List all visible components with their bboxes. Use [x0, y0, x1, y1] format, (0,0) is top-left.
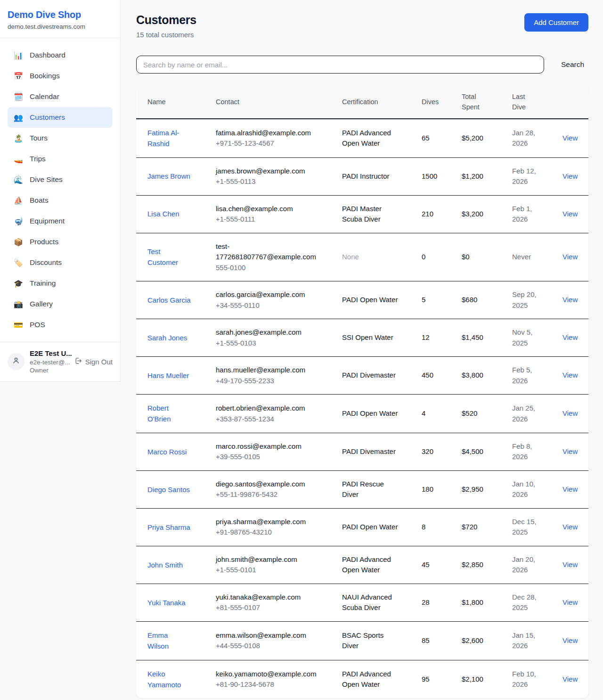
- column-header: Total Spent: [462, 86, 512, 119]
- nav-icon: 💳: [13, 321, 24, 329]
- sidebar-item-pos[interactable]: 💳 POS: [8, 314, 113, 335]
- view-customer-link[interactable]: View: [562, 598, 578, 606]
- sidebar-nav: 📊 Dashboard 📅 Bookings 🗓️ Calendar 👥 Cus…: [0, 38, 120, 342]
- logout-icon: [74, 357, 82, 366]
- sidebar-item-tours[interactable]: 🏝️ Tours: [8, 128, 113, 148]
- view-customer-link[interactable]: View: [562, 409, 578, 417]
- nav-label: POS: [30, 321, 45, 329]
- customer-total-spent: $1,800: [462, 598, 483, 606]
- customer-phone: +55-11-99876-5432: [216, 489, 334, 500]
- sidebar-item-training[interactable]: 🎓 Training: [8, 273, 113, 294]
- sidebar-item-dive-sites[interactable]: 🌊 Dive Sites: [8, 169, 113, 190]
- view-customer-link[interactable]: View: [562, 560, 578, 568]
- search-input[interactable]: [136, 56, 544, 74]
- shop-name[interactable]: Demo Dive Shop: [8, 9, 113, 20]
- sign-out-button[interactable]: Sign Out: [74, 357, 113, 366]
- table-row: Priya Sharma priya.sharma@example.com +9…: [136, 508, 588, 546]
- view-customer-link[interactable]: View: [562, 253, 578, 261]
- view-customer-link[interactable]: View: [562, 134, 578, 142]
- customer-name-link[interactable]: John Smith: [147, 560, 183, 570]
- customer-email: yuki.tanaka@example.com: [216, 592, 317, 603]
- view-customer-link[interactable]: View: [562, 172, 578, 180]
- view-customer-link[interactable]: View: [562, 523, 578, 531]
- customer-dives: 450: [422, 371, 433, 379]
- nav-label: Gallery: [30, 300, 53, 308]
- nav-label: Trips: [30, 155, 46, 163]
- customer-name-link[interactable]: Test Customer: [147, 246, 191, 268]
- nav-label: Discounts: [30, 258, 62, 267]
- customer-email: diego.santos@example.com: [216, 479, 317, 490]
- customer-name-link[interactable]: Priya Sharma: [147, 522, 190, 533]
- table-row: Marco Rossi marco.rossi@example.com +39-…: [136, 433, 588, 470]
- customer-certification: SSI Open Water: [342, 332, 393, 343]
- nav-label: Customers: [30, 113, 65, 122]
- customer-name-link[interactable]: Keiko Yamamoto: [147, 668, 191, 691]
- customer-certification: BSAC Sports Diver: [342, 630, 399, 651]
- customer-name-link[interactable]: Diego Santos: [147, 484, 190, 495]
- customer-name-link[interactable]: Carlos Garcia: [147, 295, 191, 305]
- column-header: Last Dive: [512, 86, 562, 119]
- view-customer-link[interactable]: View: [562, 636, 578, 644]
- customer-name-link[interactable]: James Brown: [147, 171, 190, 181]
- main-content: Customers 15 total customers Add Custome…: [121, 0, 603, 698]
- customer-last-dive: Feb 8, 2026: [512, 441, 542, 462]
- customer-last-dive: Feb 10, 2026: [512, 669, 542, 690]
- nav-label: Tours: [30, 134, 48, 142]
- table-row: Test Customer test-1772681807767@example…: [136, 233, 588, 281]
- customer-name-link[interactable]: Emma Wilson: [147, 630, 191, 652]
- sidebar-item-dashboard[interactable]: 📊 Dashboard: [8, 45, 113, 66]
- customer-certification: PADI Rescue Diver: [342, 479, 399, 500]
- sidebar-item-calendar[interactable]: 🗓️ Calendar: [8, 86, 113, 107]
- sidebar-item-boats[interactable]: ⛵ Boats: [8, 190, 113, 211]
- table-row: Sarah Jones sarah.jones@example.com +1-5…: [136, 319, 588, 357]
- customer-name-link[interactable]: Hans Mueller: [147, 370, 189, 381]
- user-name: E2E Test U...: [30, 349, 69, 358]
- customer-name-link[interactable]: Fatima Al-Rashid: [147, 127, 191, 149]
- customer-last-dive: Feb 5, 2026: [512, 365, 542, 386]
- nav-label: Equipment: [30, 217, 65, 225]
- sidebar-item-equipment[interactable]: 🤿 Equipment: [8, 211, 113, 231]
- nav-icon: 🚤: [13, 155, 24, 164]
- view-customer-link[interactable]: View: [562, 371, 578, 379]
- user-section: E2E Test U... e2e-tester@... Owner Sign …: [0, 342, 120, 381]
- customer-total-spent: $0: [462, 253, 470, 261]
- customer-name-link[interactable]: Yuki Tanaka: [147, 597, 186, 608]
- customer-name-link[interactable]: Lisa Chen: [147, 208, 179, 219]
- customer-last-dive: Jan 28, 2026: [512, 128, 542, 149]
- table-row: John Smith john.smith@example.com +1-555…: [136, 546, 588, 584]
- customer-email: james.brown@example.com: [216, 166, 317, 177]
- sidebar-item-discounts[interactable]: 🏷️ Discounts: [8, 252, 113, 273]
- customer-email: hans.mueller@example.com: [216, 365, 317, 376]
- customer-phone: +49-170-555-2233: [216, 376, 334, 387]
- customer-phone: 555-0100: [216, 263, 334, 273]
- column-header: Certification: [342, 86, 422, 119]
- customer-certification: PADI Open Water: [342, 295, 398, 305]
- view-customer-link[interactable]: View: [562, 333, 578, 341]
- view-customer-link[interactable]: View: [562, 210, 578, 218]
- customer-name-link[interactable]: Sarah Jones: [147, 332, 187, 343]
- customer-name-link[interactable]: Marco Rossi: [147, 446, 187, 457]
- sidebar-item-customers[interactable]: 👥 Customers: [8, 107, 113, 128]
- customers-table: NameContactCertificationDivesTotal Spent…: [136, 86, 588, 698]
- view-customer-link[interactable]: View: [562, 485, 578, 493]
- view-customer-link[interactable]: View: [562, 447, 578, 455]
- view-customer-link[interactable]: View: [562, 675, 578, 683]
- customer-email: sarah.jones@example.com: [216, 327, 317, 338]
- nav-label: Bookings: [30, 72, 60, 80]
- customer-phone: +81-555-0107: [216, 602, 334, 613]
- table-row: Diego Santos diego.santos@example.com +5…: [136, 470, 588, 508]
- customer-name-link[interactable]: Robert O'Brien: [147, 403, 191, 425]
- view-customer-link[interactable]: View: [562, 296, 578, 304]
- customer-dives: 65: [422, 134, 430, 142]
- sidebar-item-gallery[interactable]: 📸 Gallery: [8, 294, 113, 314]
- customer-last-dive: Jan 25, 2026: [512, 403, 542, 424]
- sidebar-item-trips[interactable]: 🚤 Trips: [8, 148, 113, 169]
- brand[interactable]: Demo Dive Shop demo.test.divestreams.com: [0, 0, 120, 38]
- customer-phone: +1-555-0101: [216, 565, 334, 576]
- sidebar-item-bookings[interactable]: 📅 Bookings: [8, 66, 113, 86]
- add-customer-button[interactable]: Add Customer: [524, 13, 588, 32]
- customer-email: emma.wilson@example.com: [216, 630, 317, 641]
- search-button[interactable]: Search: [557, 58, 588, 72]
- sidebar-item-products[interactable]: 📦 Products: [8, 231, 113, 252]
- customer-dives: 1500: [422, 172, 437, 180]
